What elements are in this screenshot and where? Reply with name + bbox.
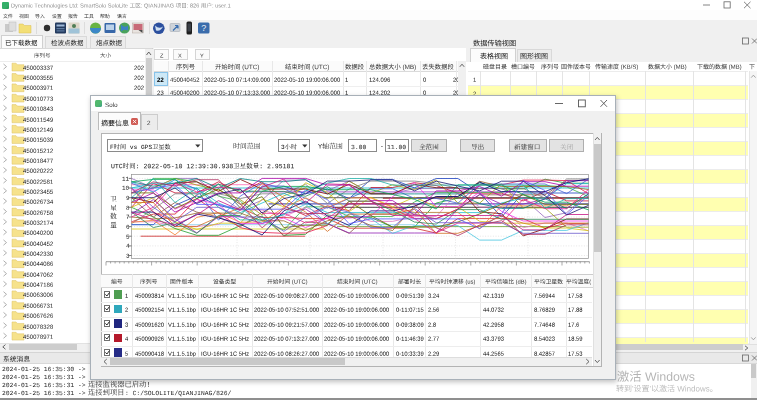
svg-text:?: ? (201, 23, 206, 33)
